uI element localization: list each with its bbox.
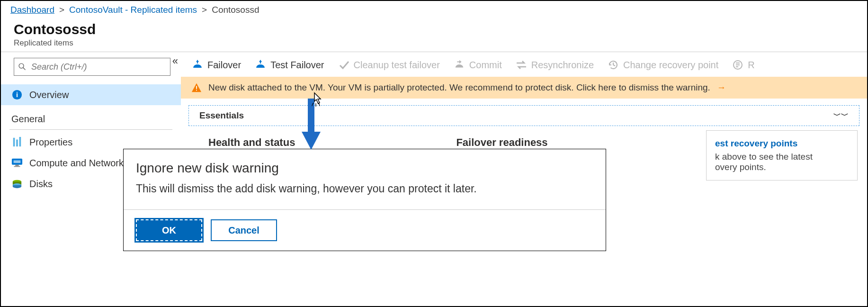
recovery-points-card: est recovery points k above to see the l…: [706, 130, 858, 181]
title-block: Contosossd Replicated items: [1, 19, 867, 52]
toolbar: Failover Test Failover Cleanup test fail…: [181, 52, 867, 77]
commit-button: Commit: [453, 59, 502, 71]
svg-rect-5: [16, 140, 18, 147]
test-failover-button[interactable]: Test Failover: [254, 59, 324, 71]
toolbar-label: Commit: [469, 60, 502, 71]
dismiss-warning-dialog: Ignore new disk warning This will dismis…: [123, 149, 606, 251]
search-icon: [18, 63, 26, 73]
recovery-points-link[interactable]: est recovery points: [715, 138, 849, 149]
svg-point-0: [19, 63, 24, 68]
sidebar-item-label: Overview: [29, 90, 69, 100]
sidebar-section-general: General: [1, 105, 181, 127]
chevron-double-down-icon: ﹀﹀: [833, 111, 849, 121]
page-subtitle: Replicated items: [14, 38, 858, 48]
check-icon: [338, 59, 350, 71]
resync-button: Resynchronize: [515, 59, 594, 71]
compute-icon: [11, 157, 23, 169]
svg-line-1: [23, 68, 26, 70]
properties-icon: [11, 136, 23, 148]
warning-icon: [191, 82, 202, 93]
history-icon: [607, 59, 619, 71]
toolbar-label: Change recovery point: [623, 60, 718, 71]
breadcrumb-current: Contosossd: [212, 5, 259, 15]
toolbar-label: Failover: [207, 60, 241, 71]
sidebar-item-label: Compute and Network: [29, 158, 124, 169]
page-title: Contosossd: [14, 21, 858, 37]
breadcrumb-vault[interactable]: ContosoVault - Replicated items: [69, 5, 197, 15]
svg-rect-8: [14, 160, 21, 163]
toolbar-overflow: R: [732, 59, 754, 71]
cleanup-button: Cleanup test failover: [338, 59, 440, 71]
info-icon: i: [11, 89, 23, 100]
ok-button[interactable]: OK: [136, 219, 202, 241]
overflow-icon: [732, 59, 744, 71]
warning-banner[interactable]: New disk attached to the VM. Your VM is …: [181, 77, 867, 99]
breadcrumb-sep: >: [59, 5, 64, 15]
sidebar-item-label: Properties: [29, 137, 72, 148]
change-recovery-point-button: Change recovery point: [607, 59, 718, 71]
sidebar-item-overview[interactable]: i Overview: [1, 84, 181, 105]
cancel-button[interactable]: Cancel: [211, 219, 277, 241]
banner-text: New disk attached to the VM. Your VM is …: [208, 82, 710, 93]
recovery-hint: k above to see the latest overy points.: [715, 152, 849, 172]
disks-icon: [11, 178, 23, 190]
toolbar-label: R: [748, 60, 754, 71]
breadcrumb: Dashboard > ContosoVault - Replicated it…: [1, 1, 867, 19]
divider: [124, 209, 606, 210]
toolbar-label: Test Failover: [270, 60, 324, 71]
essentials-label: Essentials: [199, 110, 244, 121]
svg-rect-6: [19, 137, 21, 146]
breadcrumb-dashboard[interactable]: Dashboard: [10, 5, 54, 15]
svg-rect-15: [196, 90, 197, 91]
sidebar-item-label: Disks: [29, 179, 53, 190]
failover-button[interactable]: Failover: [191, 59, 241, 71]
breadcrumb-sep: >: [202, 5, 207, 15]
readiness-column-title: Failover readiness: [456, 136, 547, 149]
svg-rect-4: [13, 138, 15, 146]
svg-text:i: i: [16, 91, 18, 99]
search-input[interactable]: [14, 58, 170, 76]
dialog-title: Ignore new disk warning: [136, 161, 593, 176]
collapse-sidebar-button[interactable]: «: [172, 55, 178, 67]
health-column-title: Health and status: [208, 136, 295, 149]
svg-rect-14: [196, 86, 197, 89]
arrow-right-icon: →: [717, 82, 726, 93]
divider: [9, 129, 172, 130]
resync-icon: [515, 59, 528, 71]
test-failover-icon: [254, 59, 267, 71]
commit-icon: [453, 59, 465, 71]
svg-rect-9: [15, 165, 18, 166]
toolbar-label: Cleanup test failover: [354, 60, 440, 71]
failover-icon: [191, 59, 204, 71]
svg-rect-10: [14, 166, 20, 167]
dialog-body: This will dismiss the add disk warning, …: [136, 182, 593, 195]
essentials-panel[interactable]: Essentials ﹀﹀: [188, 105, 859, 126]
toolbar-label: Resynchronize: [531, 60, 594, 71]
